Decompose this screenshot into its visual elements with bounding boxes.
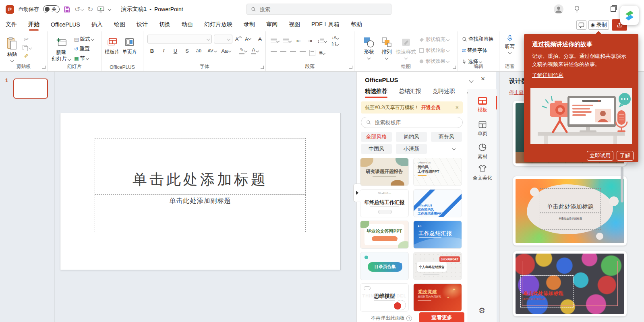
section-button[interactable]: ▦节 bbox=[74, 54, 89, 63]
new-slide-button[interactable]: 新建 幻灯片 bbox=[52, 34, 71, 65]
decrease-indent-icon[interactable]: ⇤ bbox=[295, 37, 302, 45]
bold-button[interactable]: B bbox=[148, 47, 156, 55]
designer-scrollbar[interactable] bbox=[621, 167, 623, 202]
replace-font-button[interactable]: ⇄替换字体 bbox=[462, 46, 487, 55]
cut-icon[interactable]: ✂ bbox=[23, 35, 30, 43]
shape-outline-button[interactable]: 形状轮廓 bbox=[419, 46, 449, 55]
tab-pdf-tools[interactable]: PDF工具箱 bbox=[311, 19, 340, 31]
char-spacing-button[interactable]: AV bbox=[207, 47, 217, 55]
tab-officeplus[interactable]: OfficePLUS bbox=[51, 19, 80, 31]
clear-format-button[interactable]: A bbox=[256, 35, 264, 43]
template-library-button[interactable]: 模板库 bbox=[105, 34, 120, 65]
chip-minimal[interactable]: 简约风 bbox=[396, 132, 427, 142]
font-size-combo[interactable] bbox=[214, 35, 232, 43]
line-spacing-button[interactable]: ↕ bbox=[317, 39, 327, 43]
copy-button[interactable] bbox=[23, 45, 31, 50]
try-now-button[interactable]: 立即试用 bbox=[587, 151, 613, 161]
slideshow-button[interactable] bbox=[97, 6, 104, 13]
tab-review[interactable]: 审阅 bbox=[266, 19, 277, 31]
template-card-research[interactable]: 研究课题开题报告 bbox=[360, 158, 409, 186]
tab-view[interactable]: 视图 bbox=[289, 19, 300, 31]
undo-dropdown-icon[interactable] bbox=[81, 8, 84, 11]
template-card-minimal-summary[interactable]: OfficePLUS 简约风 工作总结PPT bbox=[413, 158, 462, 186]
chip-all-styles[interactable]: 全部风格 bbox=[361, 132, 392, 142]
design-suggestion-2[interactable]: 单击此处添加标题 单击此处添加副标题 bbox=[513, 176, 627, 246]
redo-button[interactable]: ↻ bbox=[87, 5, 93, 14]
banner-close-icon[interactable]: × bbox=[456, 104, 459, 111]
dismiss-panel-option[interactable]: 不再弹出此面板 ? bbox=[371, 315, 412, 322]
membership-banner[interactable]: 低至¥0.2/天享百万模板！ 开通会员 × bbox=[361, 101, 463, 114]
font-name-combo[interactable] bbox=[147, 35, 212, 43]
pane-tab-featured[interactable]: 精选推荐 bbox=[365, 88, 387, 95]
design-suggestion-3[interactable]: 单击此处添加标题 单击此处添加副标题 bbox=[513, 251, 627, 316]
template-card-thesis[interactable]: 毕业论文答辩PPT bbox=[360, 221, 409, 249]
chip-business[interactable]: 商务风 bbox=[431, 132, 462, 142]
shrink-font-button[interactable]: A bbox=[244, 35, 252, 43]
autosave-toggle[interactable]: 关 bbox=[43, 5, 60, 13]
paste-button[interactable]: 粘贴 bbox=[6, 34, 18, 65]
template-card-personal-report[interactable]: 20XXREPORT 个人年终总结报告 bbox=[413, 252, 462, 280]
account-button[interactable] bbox=[553, 4, 564, 16]
settings-gear-icon[interactable]: ⚙ bbox=[478, 306, 485, 315]
template-search-input[interactable] bbox=[374, 119, 458, 126]
arrange-button[interactable]: 排列 bbox=[378, 34, 396, 65]
record-button[interactable]: ◉ 录制 bbox=[588, 20, 609, 30]
quick-styles-button[interactable]: 快速样式 bbox=[396, 34, 416, 65]
increase-indent-icon[interactable]: ⇥ bbox=[306, 37, 314, 45]
search-box[interactable] bbox=[246, 4, 391, 15]
page-library-button[interactable]: 单页库 bbox=[122, 34, 138, 65]
layout-button[interactable]: ▤版式 bbox=[74, 35, 94, 43]
tab-draw[interactable]: 绘图 bbox=[114, 19, 125, 31]
minimize-button[interactable] bbox=[591, 9, 597, 9]
tab-record[interactable]: 录制 bbox=[244, 19, 255, 31]
numbering-button[interactable] bbox=[283, 39, 291, 43]
italic-button[interactable]: I bbox=[160, 47, 168, 55]
pane-tab-summary[interactable]: 总结汇报 bbox=[399, 88, 421, 95]
text-direction-button[interactable]: ↓A bbox=[332, 35, 339, 40]
paragraph-dialog-launcher[interactable] bbox=[349, 66, 352, 69]
strikethrough-button[interactable]: ab bbox=[195, 47, 203, 55]
chip-chinese[interactable]: 中国风 bbox=[361, 144, 392, 154]
tab-transitions[interactable]: 切换 bbox=[159, 19, 170, 31]
rail-item-assets[interactable]: 素材 bbox=[468, 143, 497, 160]
subtitle-placeholder[interactable]: 单击此处添加副标题 bbox=[95, 195, 306, 232]
pane-collapse-handle[interactable] bbox=[353, 184, 360, 202]
pane-collapse-icon[interactable] bbox=[469, 78, 473, 83]
find-replace-button[interactable]: 查找和替换 bbox=[462, 35, 494, 43]
slide-thumbnail-1[interactable] bbox=[13, 78, 48, 99]
underline-button[interactable]: U bbox=[172, 47, 179, 55]
change-case-button[interactable]: Aa bbox=[221, 47, 231, 55]
tab-home[interactable]: 开始 bbox=[28, 19, 39, 31]
chip-fresh[interactable]: 小清新 bbox=[396, 144, 427, 154]
font-color-button[interactable]: A bbox=[251, 47, 259, 54]
shape-fill-button[interactable]: 形状填充 bbox=[419, 35, 449, 44]
justify-icon[interactable] bbox=[300, 51, 306, 55]
template-card-work-summary[interactable]: ●○ 工作总结汇报 bbox=[413, 221, 462, 249]
pane-close-icon[interactable]: × bbox=[481, 75, 485, 83]
chips-expand-icon[interactable] bbox=[452, 147, 456, 150]
rail-item-beautify[interactable]: 全文美化 bbox=[468, 164, 497, 182]
comments-button[interactable] bbox=[576, 20, 586, 30]
highlight-button[interactable]: ✎ bbox=[239, 47, 247, 54]
template-card-thinking-model[interactable]: THINKING MODEL 思维模型 bbox=[360, 283, 409, 312]
clipboard-dialog-launcher[interactable] bbox=[42, 66, 46, 69]
format-painter-icon[interactable]: ✐ bbox=[23, 52, 30, 60]
shapes-button[interactable]: 形状 bbox=[360, 34, 378, 65]
title-placeholder[interactable]: 单击此处添加标题 bbox=[95, 138, 306, 195]
powerpoint-app-icon[interactable]: P bbox=[6, 5, 14, 14]
dictate-label[interactable]: 听写 bbox=[505, 43, 515, 50]
restore-button[interactable] bbox=[611, 6, 616, 12]
grow-font-button[interactable]: A bbox=[234, 35, 242, 43]
align-right-icon[interactable] bbox=[290, 51, 296, 55]
rail-item-pages[interactable]: 单页 bbox=[468, 121, 497, 137]
align-left-icon[interactable] bbox=[271, 51, 277, 55]
tab-file[interactable]: 文件 bbox=[6, 19, 17, 31]
template-search-box[interactable] bbox=[361, 117, 463, 128]
bullets-button[interactable] bbox=[271, 39, 279, 43]
popup-learn-more-link[interactable]: 了解详细信息 bbox=[532, 72, 630, 79]
align-center-icon[interactable] bbox=[280, 51, 286, 55]
save-button[interactable] bbox=[64, 6, 70, 13]
tab-help[interactable]: 帮助 bbox=[351, 19, 362, 31]
align-text-button[interactable]: [↕] bbox=[332, 42, 339, 46]
template-card-yearend[interactable]: OfficePLUS.cn 年终总结工作汇报 bbox=[360, 189, 409, 217]
